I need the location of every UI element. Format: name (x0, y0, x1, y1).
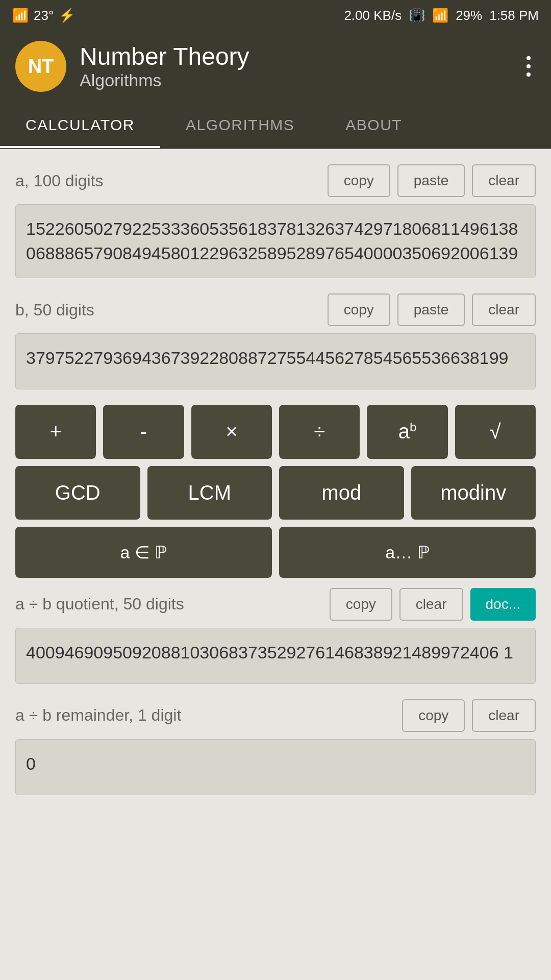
op-multiply-button[interactable]: × (191, 405, 272, 458)
tab-calculator[interactable]: CALCULATOR (0, 102, 160, 148)
menu-button[interactable] (521, 51, 536, 82)
input-b-copy-button[interactable]: copy (328, 293, 390, 326)
status-bar: 📶 23° ⚡ 2.00 KB/s 📳 📶 29% 1:58 PM (0, 0, 551, 31)
main-content: a, 100 digits copy paste clear 152260502… (0, 149, 551, 826)
input-b-label: b, 50 digits (15, 301, 94, 320)
input-a-label: a, 100 digits (15, 172, 104, 190)
result-quotient-header: a ÷ b quotient, 50 digits copy clear doc… (15, 588, 536, 621)
input-b-section: b, 50 digits copy paste clear 3797522793… (15, 293, 536, 389)
app-title: Number Theory Algorithms (80, 42, 249, 90)
op-sqrt-button[interactable]: √ (455, 405, 536, 458)
usb-icon: ⚡ (59, 8, 75, 23)
app-header: NT Number Theory Algorithms (0, 31, 551, 102)
tab-about[interactable]: ABOUT (320, 102, 428, 148)
result-quotient-value: 4009469095092088103068373529276146838921… (15, 628, 536, 684)
input-a-buttons: copy paste clear (328, 164, 536, 197)
result-quotient-buttons: copy clear doc... (330, 588, 536, 621)
input-b-header: b, 50 digits copy paste clear (15, 293, 536, 326)
temperature: 23° (34, 8, 54, 23)
result-quotient-doc-button[interactable]: doc... (470, 588, 536, 621)
input-b-clear-button[interactable]: clear (472, 293, 536, 326)
op-row-3: a ∈ ℙ a… ℙ (15, 527, 536, 578)
result-remainder-header: a ÷ b remainder, 1 digit copy clear (15, 699, 536, 732)
result-quotient-clear-button[interactable]: clear (399, 588, 463, 621)
vibrate-icon: 📳 (409, 8, 425, 23)
app-title-sub: Algorithms (80, 70, 249, 90)
result-remainder-label: a ÷ b remainder, 1 digit (15, 706, 181, 725)
app-title-main: Number Theory (80, 42, 249, 70)
input-a-field[interactable]: 1522605027922533360535618378132637429718… (15, 204, 536, 278)
result-quotient-label: a ÷ b quotient, 50 digits (15, 595, 184, 614)
signal-icon: 📶 (12, 8, 29, 23)
op-row-1: + - × ÷ ab √ (15, 405, 536, 458)
input-b-buttons: copy paste clear (328, 293, 536, 326)
input-b-field[interactable]: 3797522793694367392280887275544562785456… (15, 333, 536, 389)
op-subtract-button[interactable]: - (103, 405, 184, 458)
op-add-button[interactable]: + (15, 405, 96, 458)
input-a-copy-button[interactable]: copy (328, 164, 390, 197)
result-remainder-value: 0 (15, 739, 536, 795)
op-divide-button[interactable]: ÷ (279, 405, 360, 458)
result-remainder-clear-button[interactable]: clear (472, 699, 536, 732)
op-power-button[interactable]: ab (367, 405, 447, 458)
input-a-clear-button[interactable]: clear (472, 164, 536, 197)
result-remainder-copy-button[interactable]: copy (402, 699, 465, 732)
result-remainder-section: a ÷ b remainder, 1 digit copy clear 0 (15, 699, 536, 795)
network-speed: 2.00 KB/s (344, 8, 402, 23)
result-quotient-copy-button[interactable]: copy (330, 588, 392, 621)
result-quotient-section: a ÷ b quotient, 50 digits copy clear doc… (15, 588, 536, 684)
input-b-paste-button[interactable]: paste (397, 293, 465, 326)
result-remainder-buttons: copy clear (402, 699, 536, 732)
status-right: 2.00 KB/s 📳 📶 29% 1:58 PM (344, 8, 539, 23)
op-modinv-button[interactable]: modinv (411, 466, 536, 520)
input-a-header: a, 100 digits copy paste clear (15, 164, 536, 197)
app-icon: NT (15, 41, 66, 92)
input-a-paste-button[interactable]: paste (397, 164, 465, 197)
app-header-left: NT Number Theory Algorithms (15, 41, 249, 92)
op-mod-button[interactable]: mod (279, 466, 404, 520)
tab-algorithms[interactable]: ALGORITHMS (160, 102, 320, 148)
clock: 1:58 PM (489, 8, 539, 23)
input-a-section: a, 100 digits copy paste clear 152260502… (15, 164, 536, 278)
op-isprime-button[interactable]: a ∈ ℙ (15, 527, 272, 578)
op-nextprime-button[interactable]: a… ℙ (279, 527, 536, 578)
wifi-icon: 📶 (432, 8, 448, 23)
op-row-2: GCD LCM mod modinv (15, 466, 536, 520)
tab-bar: CALCULATOR ALGORITHMS ABOUT (0, 102, 551, 149)
battery-level: 29% (456, 8, 482, 23)
op-lcm-button[interactable]: LCM (147, 466, 272, 520)
op-gcd-button[interactable]: GCD (15, 466, 140, 520)
status-left: 📶 23° ⚡ (12, 8, 75, 23)
operators-section: + - × ÷ ab √ GCD LCM mod modinv a ∈ ℙ a…… (15, 405, 536, 577)
